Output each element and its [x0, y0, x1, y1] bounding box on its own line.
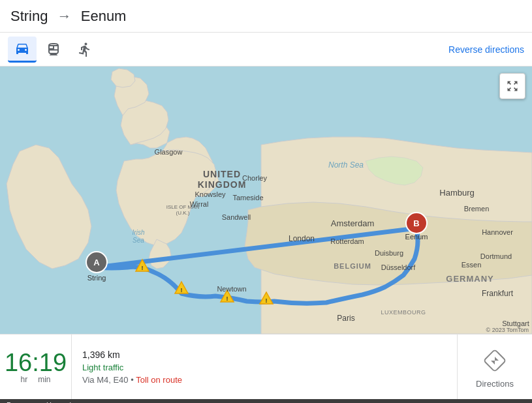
map-container: ! ! ! ! A B UNITED KINGDOM: [0, 67, 532, 334]
hour-label: hr: [20, 375, 27, 384]
svg-text:GERMANY: GERMANY: [446, 274, 493, 284]
via-route: Via M4, E40 • Toll on route: [82, 375, 446, 385]
svg-text:UNITED: UNITED: [203, 169, 241, 179]
svg-text:Essen: Essen: [462, 261, 482, 269]
svg-text:(U.K.): (U.K.): [176, 210, 190, 216]
svg-text:Dortmund: Dortmund: [480, 252, 512, 260]
destination-label: Eenum: [81, 8, 127, 24]
svg-text:KINGDOM: KINGDOM: [198, 179, 247, 190]
svg-text:!: !: [142, 265, 144, 271]
svg-text:Tameside: Tameside: [232, 194, 263, 202]
time-section: 16:19 hr min: [0, 335, 72, 399]
directions-label: Directions: [476, 379, 514, 389]
svg-text:!: !: [181, 287, 183, 293]
svg-text:Chorley: Chorley: [242, 174, 267, 182]
direction-arrow: →: [57, 8, 72, 24]
svg-text:String: String: [87, 274, 106, 282]
svg-text:Duisburg: Duisburg: [375, 249, 403, 257]
svg-text:!: !: [227, 295, 228, 302]
svg-text:Irish: Irish: [133, 229, 145, 236]
svg-text:London: London: [289, 234, 315, 243]
svg-text:A: A: [93, 258, 100, 267]
svg-text:Frankfurt: Frankfurt: [482, 289, 514, 298]
svg-text:Paris: Paris: [337, 314, 354, 323]
svg-text:LUXEMBOURG: LUXEMBOURG: [381, 309, 426, 316]
svg-text:BELGIUM: BELGIUM: [334, 262, 371, 270]
min-label: min: [38, 375, 50, 384]
svg-text:Hannover: Hannover: [482, 228, 513, 236]
svg-text:Newtown: Newtown: [217, 285, 246, 293]
svg-text:© 2023 TomTom: © 2023 TomTom: [486, 327, 529, 333]
expand-map-button[interactable]: [499, 73, 525, 99]
transit-mode-button[interactable]: [39, 37, 68, 63]
route-section: 1,396 km Light traffic Via M4, E40 • Tol…: [72, 335, 457, 399]
car-mode-button[interactable]: [8, 37, 37, 63]
svg-text:Amsterdam: Amsterdam: [331, 218, 374, 228]
travel-time: 16:19: [5, 350, 67, 375]
directions-icon: [479, 345, 510, 376]
svg-text:Sandwell: Sandwell: [222, 213, 251, 221]
svg-text:Sea: Sea: [133, 237, 144, 244]
svg-text:Knowsley: Knowsley: [195, 190, 226, 198]
time-unit: hr min: [20, 375, 50, 384]
transport-bar: Reverse directions: [0, 33, 532, 67]
via-text: Via M4, E40: [82, 375, 129, 385]
reverse-directions-button[interactable]: Reverse directions: [448, 44, 524, 55]
svg-text:Düsseldorf: Düsseldorf: [381, 263, 416, 271]
walk-mode-button[interactable]: [70, 37, 99, 63]
svg-text:Rotterdam: Rotterdam: [330, 237, 364, 245]
route-title: String → Eenum: [10, 8, 126, 25]
map-svg: ! ! ! ! A B UNITED KINGDOM: [0, 67, 532, 334]
svg-text:Hamburg: Hamburg: [439, 188, 474, 198]
svg-text:Eenum: Eenum: [405, 233, 428, 241]
toll-notice: Toll on route: [136, 375, 182, 385]
info-bar: 16:19 hr min 1,396 km Light traffic Via …: [0, 334, 532, 399]
svg-text:Wirral: Wirral: [190, 200, 209, 208]
svg-text:Glasgow: Glasgow: [155, 148, 183, 156]
svg-text:B: B: [413, 218, 419, 228]
directions-section[interactable]: Directions: [457, 335, 532, 399]
svg-text:Bremen: Bremen: [464, 205, 490, 213]
header: String → Eenum: [0, 0, 532, 33]
traffic-status: Light traffic: [82, 363, 446, 372]
svg-text:!: !: [266, 297, 268, 304]
footer: ProgrammerHumor.io: [0, 399, 532, 403]
origin-label: String: [10, 8, 48, 24]
svg-text:North Sea: North Sea: [328, 160, 364, 170]
distance-value: 1,396 km: [82, 350, 446, 360]
